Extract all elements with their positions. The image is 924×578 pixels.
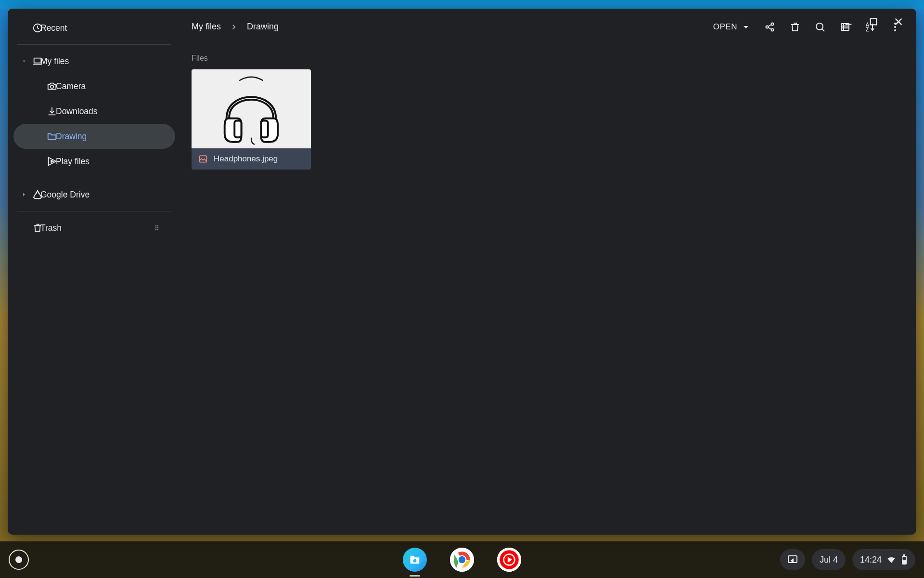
svg-point-16 (816, 23, 823, 30)
file-item[interactable]: Headphones.jpeg (192, 69, 311, 170)
svg-point-8 (157, 225, 158, 226)
svg-point-11 (155, 229, 156, 230)
search-button[interactable] (808, 15, 832, 39)
svg-rect-23 (234, 120, 241, 137)
cast-icon (787, 554, 798, 565)
sidebar-item-label: Google Drive (40, 190, 90, 200)
svg-rect-36 (903, 557, 906, 560)
headphones-image-icon (213, 73, 290, 145)
sidebar-item-trash[interactable]: Trash (13, 215, 175, 240)
clock-icon (31, 23, 44, 33)
drag-handle-icon[interactable] (153, 224, 161, 232)
sidebar-item-label: Drawing (56, 131, 87, 142)
image-type-icon (198, 154, 208, 164)
delete-button[interactable] (783, 15, 807, 39)
svg-point-26 (413, 559, 417, 563)
svg-rect-24 (261, 120, 268, 137)
play-icon (45, 156, 59, 167)
file-grid: Headphones.jpeg (192, 69, 906, 170)
sidebar-item-label: My files (40, 56, 69, 66)
file-thumbnail (192, 69, 311, 148)
shelf-app-files[interactable] (403, 548, 427, 572)
status-tray[interactable]: 14:24 (852, 549, 915, 570)
svg-point-29 (459, 556, 466, 564)
maximize-button[interactable] (867, 15, 880, 28)
cast-button[interactable] (780, 549, 805, 570)
svg-point-12 (157, 229, 158, 230)
chrome-icon (450, 548, 474, 572)
sidebar-item-recent[interactable]: Recent (13, 15, 175, 40)
battery-icon (901, 554, 908, 565)
wifi-icon (886, 555, 896, 565)
breadcrumb-current[interactable]: Drawing (243, 19, 282, 35)
ytmusic-icon (497, 548, 521, 572)
breadcrumb: My files Drawing (188, 19, 282, 35)
sidebar: Recent My files Camera (8, 9, 181, 535)
svg-point-22 (894, 29, 896, 31)
open-button-label: OPEN (713, 22, 737, 32)
launcher-icon (15, 556, 22, 563)
open-button[interactable]: OPEN (708, 17, 757, 37)
file-caption: Headphones.jpeg (192, 148, 311, 170)
launcher-button[interactable] (9, 550, 29, 570)
main-panel: My files Drawing OPEN (181, 9, 916, 535)
breadcrumb-root[interactable]: My files (188, 19, 225, 35)
close-button[interactable] (892, 15, 905, 28)
status-icons (886, 554, 908, 565)
files-app-icon (408, 553, 422, 566)
drive-icon (31, 189, 44, 200)
svg-point-6 (51, 85, 53, 88)
trash-icon (31, 223, 44, 233)
minimize-button[interactable] (842, 15, 855, 28)
folder-icon (45, 131, 59, 142)
window-controls (842, 9, 916, 28)
time-label: 14:24 (860, 555, 882, 565)
laptop-icon (31, 56, 44, 66)
svg-rect-1 (871, 19, 877, 25)
sidebar-item-label: Recent (40, 23, 67, 33)
svg-rect-5 (34, 58, 41, 63)
sidebar-item-label: Downloads (56, 106, 98, 117)
svg-point-10 (157, 227, 158, 228)
camera-icon (45, 81, 59, 92)
share-button[interactable] (758, 15, 782, 39)
sidebar-item-camera[interactable]: Camera (13, 74, 175, 99)
shelf-app-chrome[interactable] (450, 548, 474, 572)
sidebar-item-label: Camera (56, 81, 86, 92)
dropdown-arrow-icon (740, 21, 752, 33)
sidebar-item-label: Play files (56, 157, 90, 167)
svg-point-7 (155, 225, 156, 226)
files-app-window: Recent My files Camera (8, 9, 916, 535)
download-icon (45, 106, 59, 117)
shelf-app-ytmusic[interactable] (497, 548, 521, 572)
chevron-down-icon[interactable] (17, 58, 31, 65)
sidebar-item-drive[interactable]: Google Drive (13, 182, 175, 207)
svg-rect-35 (903, 554, 905, 556)
sidebar-item-playfiles[interactable]: Play files (13, 149, 175, 174)
sidebar-item-drawing[interactable]: Drawing (13, 124, 175, 149)
chevron-right-icon[interactable] (17, 191, 31, 198)
shelf: Jul 4 14:24 (0, 541, 924, 578)
sidebar-item-downloads[interactable]: Downloads (13, 99, 175, 124)
file-name: Headphones.jpeg (214, 154, 278, 164)
svg-point-9 (155, 227, 156, 228)
section-label: Files (192, 54, 906, 63)
date-button[interactable]: Jul 4 (812, 549, 846, 570)
sidebar-item-myfiles[interactable]: My files (13, 49, 175, 74)
file-content-area: Files (181, 45, 916, 178)
toolbar: My files Drawing OPEN (181, 9, 916, 45)
chevron-right-icon (230, 23, 238, 31)
date-label: Jul 4 (820, 555, 838, 565)
